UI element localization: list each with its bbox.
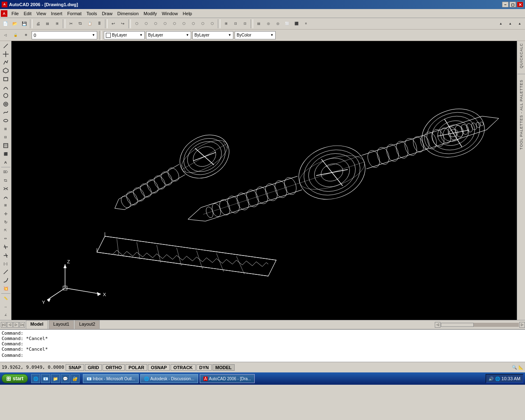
tb-view6[interactable]: ⬜ [283, 19, 292, 28]
tb-redo[interactable]: ↪ [118, 19, 127, 28]
taskbar-item-autocad[interactable]: A AutoCAD 2006 - [Dra... [200, 374, 255, 383]
tb-cut[interactable]: ✂ [66, 19, 75, 28]
tb-3dobj5[interactable]: ⬡ [170, 19, 179, 28]
tab-model[interactable]: Model [26, 320, 48, 329]
lt-line[interactable] [1, 42, 10, 50]
tb-print[interactable]: 🖨 [34, 19, 43, 28]
app-menu-icon[interactable]: A [1, 10, 7, 17]
lt-rectangle[interactable] [1, 75, 10, 83]
menu-modify[interactable]: Modify [141, 10, 159, 17]
lt-offset[interactable] [1, 193, 10, 201]
tb-view7[interactable]: ⬛ [292, 19, 301, 28]
lt-arc[interactable] [1, 83, 10, 91]
menu-window[interactable]: Window [159, 10, 180, 17]
tb-3dobj3[interactable]: ⬡ [151, 19, 160, 28]
lt-scale[interactable]: ⇱ [1, 226, 10, 234]
menu-insert[interactable]: Insert [48, 10, 65, 17]
tab-layout2[interactable]: Layout2 [75, 320, 100, 329]
tb-matchprop[interactable]: ≣ [95, 19, 104, 28]
lt-trim[interactable] [1, 243, 10, 251]
cmd-input[interactable] [23, 353, 523, 358]
tb-3dobj6[interactable]: ⬡ [179, 19, 188, 28]
lt-rotate[interactable]: ↻ [1, 218, 10, 226]
lt-dimangular[interactable]: ∠ [1, 311, 10, 319]
ql-btn3[interactable]: 📁 [51, 374, 60, 383]
tab-nav-last[interactable]: ▷| [19, 322, 25, 328]
sb-otrack[interactable]: OTRACK [171, 364, 196, 371]
menu-edit[interactable]: Edit [21, 10, 34, 17]
close-button[interactable]: ✕ [517, 2, 523, 7]
layer-selector[interactable]: 0 ▼ [32, 31, 97, 39]
lt-extend[interactable] [1, 251, 10, 259]
linetype-selector[interactable]: ByLayer ▼ [146, 31, 191, 39]
tb-extra2[interactable]: ▲ [506, 19, 515, 28]
ql-btn5[interactable]: 🔐 [71, 374, 80, 383]
menu-help[interactable]: Help [180, 10, 195, 17]
tb-publish[interactable]: ⊞ [52, 19, 62, 28]
tb-undo[interactable]: ↩ [109, 19, 118, 28]
lt-copy[interactable]: ⿻ [1, 176, 10, 184]
sb-osnap[interactable]: OSNAP [148, 364, 170, 371]
sb-dyn[interactable]: DYN [196, 364, 212, 371]
ql-btn1[interactable]: 🌐 [31, 374, 40, 383]
ql-btn4[interactable]: 💬 [61, 374, 70, 383]
plotstyle-selector[interactable]: ByColor ▼ [235, 31, 276, 39]
minimize-button[interactable]: – [502, 2, 509, 7]
lt-mtext[interactable]: A [1, 158, 10, 166]
tab-layout1[interactable]: Layout1 [49, 320, 74, 329]
tab-nav-first[interactable]: |◁ [1, 322, 7, 328]
tb-view2[interactable]: ⊡ [231, 19, 240, 28]
lt-xline[interactable] [1, 50, 10, 58]
tb-3dobj4[interactable]: ⬡ [160, 19, 169, 28]
lt-move[interactable]: ✛ [1, 210, 10, 217]
tb-layer-prev[interactable]: ◁ [1, 31, 10, 40]
tb-layer-freeze[interactable]: ❄ [21, 31, 30, 40]
tb-paste[interactable]: 📋 [85, 19, 94, 28]
lt-dimlinear[interactable]: ↔ [1, 303, 10, 310]
tb-view3[interactable]: ⊡ [240, 19, 249, 28]
menu-format[interactable]: Format [65, 10, 84, 17]
lineweight-selector[interactable]: ByLayer ▼ [192, 31, 233, 39]
lt-mirror[interactable] [1, 185, 10, 193]
lt-donut[interactable] [1, 100, 10, 108]
sb-polar[interactable]: POLAR [126, 364, 147, 371]
lt-fillet[interactable] [1, 276, 10, 284]
taskbar-item-outlook[interactable]: 📧 Inbox - Microsoft Outl... [83, 374, 139, 383]
lt-polyline[interactable] [1, 59, 10, 66]
sb-grid[interactable]: GRID [85, 364, 102, 371]
menu-view[interactable]: View [34, 10, 49, 17]
hscroll-left[interactable]: ◁ [435, 322, 441, 328]
lt-erase[interactable]: ⌦ [1, 168, 10, 176]
lt-circle[interactable] [1, 92, 10, 100]
tb-3dobj2[interactable]: ⬡ [142, 19, 151, 28]
tab-nav-next[interactable]: ▷ [13, 322, 19, 328]
tb-layer-lock[interactable]: 🔒 [11, 31, 20, 40]
tb-view5[interactable]: ◎ [273, 19, 282, 28]
lt-chamfer[interactable] [1, 268, 10, 276]
color-selector[interactable]: ByLayer ▼ [104, 31, 145, 39]
lt-hatch[interactable] [1, 142, 10, 149]
menu-dimension[interactable]: Dimension [115, 10, 141, 17]
hscroll-thumb[interactable] [441, 323, 474, 327]
tb-extras[interactable]: ≡ [301, 19, 310, 28]
restore-button[interactable]: ◻ [509, 2, 516, 7]
hscroll-right[interactable]: ▷ [519, 322, 525, 328]
tab-nav-prev[interactable]: ◁ [7, 322, 13, 328]
hscroll-track[interactable] [441, 323, 519, 327]
tb-view4[interactable]: ◎ [264, 19, 273, 28]
tb-3dobj9[interactable]: ⬡ [208, 19, 217, 28]
tb-copy[interactable]: ⿻ [76, 19, 85, 28]
tb-view1[interactable]: ⊞ [221, 19, 231, 28]
lt-block[interactable]: ⊞ [1, 125, 10, 133]
menu-draw[interactable]: Draw [99, 10, 115, 17]
lt-region[interactable]: ⬛ [1, 150, 10, 158]
start-button[interactable]: ⊞ start [2, 374, 28, 383]
lt-measure[interactable]: 📏 [1, 294, 10, 302]
menu-tools[interactable]: Tools [84, 10, 100, 17]
tb-save[interactable]: 💾 [20, 19, 29, 28]
tb-extra3[interactable]: ▲ [515, 19, 524, 28]
lt-spline[interactable] [1, 108, 10, 116]
sb-model[interactable]: MODEL [212, 364, 235, 371]
lt-explode[interactable]: 💥 [1, 285, 10, 292]
tb-3dobj8[interactable]: ⬡ [198, 19, 207, 28]
